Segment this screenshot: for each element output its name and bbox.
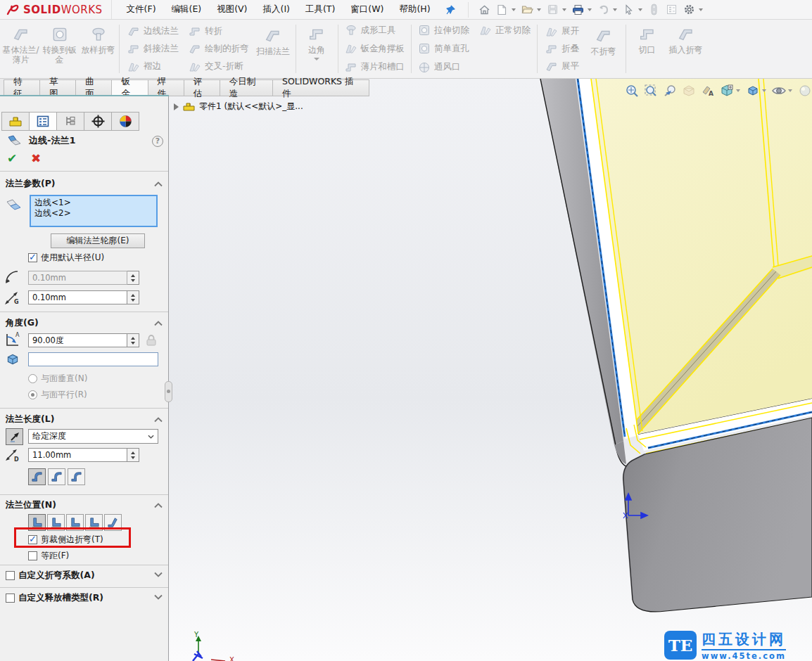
- tab-evaluate[interactable]: 评估: [184, 79, 220, 96]
- custom-bend-allowance-checkbox[interactable]: [6, 571, 15, 580]
- task-pane-icon[interactable]: [664, 2, 680, 18]
- menu-view[interactable]: 视图(V): [209, 0, 255, 20]
- new-file-dropdown-icon[interactable]: [512, 8, 516, 11]
- ribbon-button-rip[interactable]: 切口: [628, 21, 666, 77]
- collapse-chevron-icon[interactable]: [154, 417, 163, 423]
- section-header-custom-bend-allowance[interactable]: 自定义折弯系数(A): [18, 570, 95, 582]
- previous-view-icon[interactable]: [661, 82, 678, 99]
- edge-selection-listbox[interactable]: 边线<1> 边线<2>: [30, 195, 158, 227]
- tab-solidworks-addins[interactable]: SOLIDWORKS 插件: [272, 79, 369, 96]
- hide-show-items-icon[interactable]: [770, 82, 787, 99]
- menu-tools[interactable]: 工具(T): [298, 0, 343, 20]
- flange-length-spinner[interactable]: [127, 448, 139, 462]
- reverse-direction-button[interactable]: [6, 428, 23, 445]
- ribbon-button-lofted-bend[interactable]: 放样折弯: [79, 21, 118, 77]
- corner-dropdown-icon[interactable]: [314, 58, 319, 60]
- menu-window[interactable]: 窗口(W): [343, 0, 391, 20]
- ribbon-button-simple-hole[interactable]: 简单直孔: [413, 40, 535, 57]
- ribbon-button-extruded-cut[interactable]: 拉伸切除: [413, 22, 474, 39]
- section-header-flange-parameters[interactable]: 法兰参数(P): [6, 178, 56, 190]
- custom-relief-type-checkbox[interactable]: [6, 593, 15, 603]
- panel-viewport-splitter[interactable]: [165, 381, 172, 402]
- use-default-radius-checkbox[interactable]: [28, 253, 37, 262]
- ribbon-button-edge-flange[interactable]: 边线法兰: [122, 23, 184, 40]
- save-icon[interactable]: [545, 2, 561, 18]
- tab-mbd[interactable]: 今日制造: [220, 79, 273, 96]
- tree-root-label[interactable]: 零件1 (默认<<默认>_显...: [199, 101, 303, 113]
- annotation-view-icon[interactable]: A: [699, 82, 716, 99]
- cancel-button[interactable]: ✖: [31, 151, 41, 165]
- ribbon-button-base-flange[interactable]: 基体法兰/薄片: [1, 21, 40, 77]
- undo-dropdown-icon[interactable]: [613, 8, 617, 11]
- zoom-to-area-icon[interactable]: [642, 82, 659, 99]
- expand-chevron-icon[interactable]: [154, 572, 163, 577]
- ribbon-button-gusset[interactable]: 钣金角撑板: [340, 40, 410, 57]
- ribbon-button-insert-bends[interactable]: 插入折弯: [666, 21, 705, 77]
- display-manager-tab[interactable]: [111, 112, 139, 131]
- selected-edge-item[interactable]: 边线<1>: [34, 198, 156, 208]
- gap-distance-spinner[interactable]: [127, 290, 139, 304]
- new-file-icon[interactable]: [494, 2, 510, 18]
- tab-sheet-metal[interactable]: 钣金: [111, 79, 148, 96]
- ok-button[interactable]: ✔: [7, 151, 17, 165]
- length-inner-virtual-sharp-button[interactable]: [48, 468, 65, 485]
- collapse-chevron-icon[interactable]: [154, 181, 163, 187]
- tab-features[interactable]: 特征: [4, 79, 40, 96]
- custom-relief-type-row[interactable]: 自定义释放槽类型(R): [6, 592, 103, 604]
- tab-surfaces[interactable]: 曲面: [75, 79, 112, 96]
- custom-bend-allowance-row[interactable]: 自定义折弯系数(A): [6, 570, 95, 582]
- ribbon-button-forming-tool[interactable]: 成形工具: [340, 22, 410, 39]
- pin-icon[interactable]: [443, 2, 459, 18]
- tab-weldments[interactable]: 焊件: [148, 79, 184, 96]
- ribbon-button-cross-break[interactable]: 交叉-折断: [184, 58, 254, 75]
- collapse-chevron-icon[interactable]: [154, 503, 163, 508]
- select-dropdown-icon[interactable]: [638, 8, 642, 11]
- normal-to-face-row[interactable]: 与面垂直(N): [28, 373, 87, 385]
- view-orientation-icon[interactable]: [744, 82, 761, 99]
- print-icon[interactable]: [570, 2, 586, 18]
- tab-sketch[interactable]: 草图: [39, 79, 76, 96]
- length-outer-virtual-sharp-button[interactable]: [28, 468, 46, 485]
- dimxpert-manager-tab[interactable]: [84, 112, 112, 131]
- edit-appearance-icon[interactable]: [797, 82, 812, 99]
- ribbon-button-swept-flange[interactable]: 扫描法兰: [254, 23, 293, 75]
- display-style-icon[interactable]: [718, 82, 735, 99]
- ribbon-button-convert-to-sheet-metal[interactable]: 转换到钣金: [40, 21, 79, 77]
- menu-insert[interactable]: 插入(I): [255, 0, 298, 20]
- feature-manager-tab[interactable]: [1, 112, 30, 131]
- ribbon-button-unfold[interactable]: 展开: [540, 23, 584, 40]
- ribbon-button-jog[interactable]: 转折: [184, 23, 254, 40]
- end-condition-dropdown[interactable]: 给定深度: [28, 429, 158, 444]
- undo-icon[interactable]: [595, 2, 611, 18]
- face-selection-box[interactable]: [28, 352, 158, 366]
- hide-show-dropdown-icon[interactable]: [788, 89, 792, 92]
- section-header-flange-length[interactable]: 法兰长度(L): [6, 413, 54, 425]
- parallel-to-face-radio[interactable]: [28, 390, 37, 399]
- view-orientation-dropdown-icon[interactable]: [762, 89, 766, 92]
- options-dropdown-icon[interactable]: [699, 8, 703, 11]
- selected-edge-item[interactable]: 边线<2>: [34, 208, 156, 219]
- property-manager-tab[interactable]: [29, 112, 57, 131]
- print-dropdown-icon[interactable]: [588, 8, 592, 11]
- parallel-to-face-row[interactable]: 与面平行(R): [28, 389, 87, 401]
- ribbon-button-no-bends[interactable]: 不折弯: [584, 23, 623, 75]
- ribbon-button-tab-and-slot[interactable]: 薄片和槽口: [340, 59, 410, 76]
- ribbon-button-vent[interactable]: 通风口: [413, 59, 535, 76]
- offset-checkbox[interactable]: [28, 551, 37, 560]
- ribbon-button-flatten[interactable]: 展平: [540, 58, 584, 75]
- save-dropdown-icon[interactable]: [562, 8, 566, 11]
- section-header-flange-position[interactable]: 法兰位置(N): [6, 499, 56, 511]
- options-gear-icon[interactable]: [681, 2, 697, 18]
- section-header-angle[interactable]: 角度(G): [6, 317, 39, 329]
- length-tangent-bend-button[interactable]: [68, 468, 85, 485]
- magnet-icon[interactable]: [646, 2, 662, 18]
- section-header-custom-relief-type[interactable]: 自定义释放槽类型(R): [18, 592, 103, 604]
- open-dropdown-icon[interactable]: [537, 8, 541, 11]
- model-canvas[interactable]: Y X: [169, 79, 812, 661]
- ribbon-button-sketched-bend[interactable]: 绘制的折弯: [184, 41, 254, 58]
- help-icon[interactable]: ?: [152, 136, 163, 147]
- lock-icon[interactable]: [145, 334, 158, 347]
- graphics-viewport[interactable]: Y X 零件1 (默认<<默认>_显... A TE: [169, 79, 812, 661]
- collapse-chevron-icon[interactable]: [154, 321, 163, 326]
- ribbon-button-miter-flange[interactable]: 斜接法兰: [122, 41, 184, 58]
